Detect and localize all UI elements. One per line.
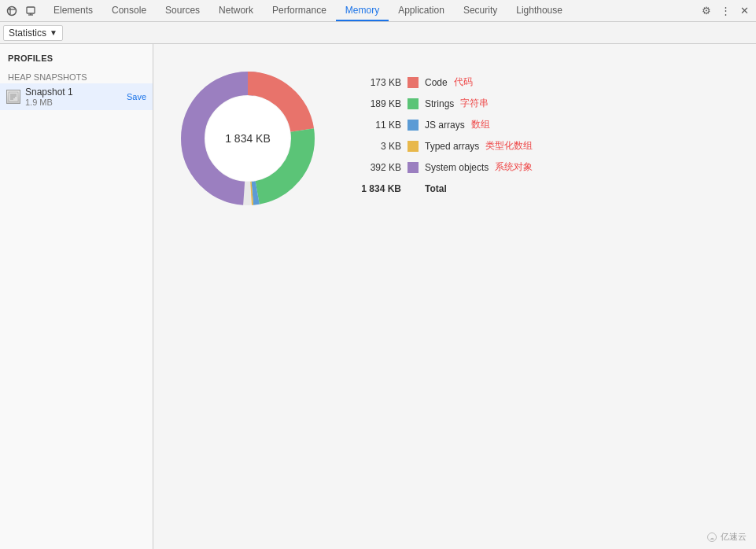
- snapshot-item[interactable]: Snapshot 1 1.9 MB Save: [0, 83, 153, 110]
- main-content: Profiles HEAP SNAPSHOTS Snapshot 1 1.9 M…: [0, 44, 756, 549]
- snapshot-save-button[interactable]: Save: [127, 92, 146, 101]
- legend-code-size: 173 KB: [358, 77, 401, 88]
- legend-strings-label-cn: 字符串: [460, 97, 489, 110]
- donut-svg: [169, 60, 326, 217]
- svg-text:☁: ☁: [710, 536, 714, 540]
- legend-strings-size: 189 KB: [358, 98, 401, 109]
- svg-rect-6: [9, 92, 18, 101]
- legend-item-strings: 189 KB Strings 字符串: [358, 97, 533, 110]
- profiles-title: Profiles: [0, 50, 153, 68]
- legend-strings-label: Strings: [425, 98, 454, 109]
- watermark-icon: ☁: [706, 532, 717, 543]
- secondary-toolbar: Statistics ▼: [0, 22, 756, 44]
- legend-item-code: 173 KB Code 代码: [358, 76, 533, 89]
- legend-item-systemobjects: 392 KB System objects 系统对象: [358, 160, 533, 174]
- tab-console[interactable]: Console: [102, 0, 156, 21]
- svg-rect-3: [27, 7, 35, 13]
- tab-network[interactable]: Network: [209, 0, 263, 21]
- legend-systemobjects-color: [408, 162, 419, 173]
- legend-systemobjects-size: 392 KB: [358, 162, 401, 173]
- legend-strings-color: [408, 98, 419, 109]
- legend-typedarrays-label-cn: 类型化数组: [485, 139, 533, 153]
- legend-systemobjects-label: System objects: [425, 162, 489, 173]
- legend-item-jsarrays: 11 KB JS arrays 数组: [358, 118, 533, 131]
- svg-point-0: [8, 6, 17, 15]
- legend-jsarrays-size: 11 KB: [358, 120, 401, 131]
- statistics-dropdown[interactable]: Statistics ▼: [3, 25, 63, 41]
- tab-application[interactable]: Application: [389, 0, 454, 21]
- legend-systemobjects-label-cn: 系统对象: [495, 160, 533, 174]
- chart-area: 1 834 KB 173 KB Code 代码 189 KB Strings 字…: [153, 44, 756, 549]
- svg-point-17: [205, 96, 290, 181]
- device-icon[interactable]: [22, 2, 39, 20]
- legend-code-label-cn: 代码: [454, 76, 473, 89]
- header-right: ⚙ ⋮ ✕: [698, 2, 753, 20]
- tab-lighthouse[interactable]: Lighthouse: [507, 0, 572, 21]
- devtools-icons: [3, 2, 39, 20]
- tab-memory[interactable]: Memory: [336, 0, 389, 21]
- snapshot-icon: [6, 90, 20, 104]
- chevron-down-icon: ▼: [50, 28, 57, 37]
- watermark-text: 亿速云: [721, 531, 747, 543]
- tab-performance[interactable]: Performance: [263, 0, 336, 21]
- tab-bar: Elements Console Sources Network Perform…: [44, 0, 698, 21]
- donut-chart: 1 834 KB: [169, 60, 326, 217]
- inspect-icon[interactable]: [3, 2, 20, 20]
- devtools-header: Elements Console Sources Network Perform…: [0, 0, 756, 22]
- legend-typedarrays-label: Typed arrays: [425, 141, 479, 152]
- legend-code-color: [408, 77, 419, 88]
- legend-item-typedarrays: 3 KB Typed arrays 类型化数组: [358, 139, 533, 153]
- tab-sources[interactable]: Sources: [156, 0, 209, 21]
- legend-total-size: 1 834 KB: [358, 183, 401, 194]
- legend-jsarrays-color: [408, 120, 419, 131]
- legend: 173 KB Code 代码 189 KB Strings 字符串 11 KB …: [358, 60, 533, 194]
- heap-snapshots-header: HEAP SNAPSHOTS: [0, 71, 153, 83]
- tab-elements[interactable]: Elements: [44, 0, 102, 21]
- snapshot-name: Snapshot 1: [25, 87, 122, 98]
- sidebar: Profiles HEAP SNAPSHOTS Snapshot 1 1.9 M…: [0, 44, 153, 549]
- tab-security[interactable]: Security: [454, 0, 507, 21]
- snapshot-size: 1.9 MB: [25, 98, 122, 107]
- legend-typedarrays-size: 3 KB: [358, 141, 401, 152]
- more-icon[interactable]: ⋮: [717, 2, 734, 20]
- snapshot-info: Snapshot 1 1.9 MB: [25, 87, 122, 107]
- close-icon[interactable]: ✕: [736, 2, 753, 20]
- legend-typedarrays-color: [408, 141, 419, 152]
- legend-jsarrays-label-cn: 数组: [471, 118, 490, 131]
- legend-total: 1 834 KB Total: [358, 183, 533, 194]
- legend-code-label: Code: [425, 77, 448, 88]
- settings-icon[interactable]: ⚙: [698, 2, 715, 20]
- dropdown-label: Statistics: [9, 28, 46, 39]
- watermark: ☁ 亿速云: [706, 531, 747, 543]
- legend-jsarrays-label: JS arrays: [425, 120, 465, 131]
- legend-total-text: Total: [425, 183, 447, 194]
